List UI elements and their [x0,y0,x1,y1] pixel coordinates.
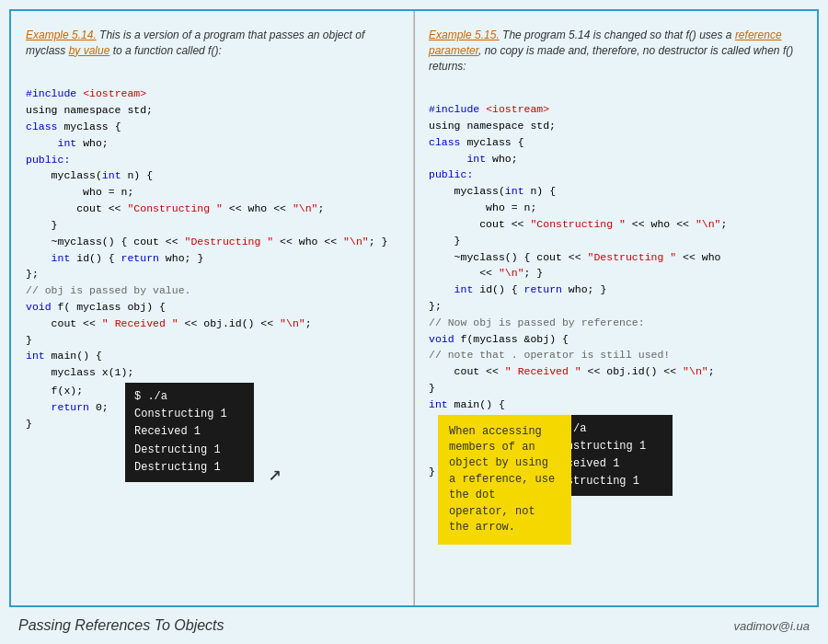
terminal-line: Destructing 1 [134,442,245,459]
code-line: #include <iostream> [26,86,398,102]
code-line: return 0; [26,399,118,416]
terminal-prompt: $ ./a [134,388,245,406]
code-line: f(x); [26,383,118,399]
code-line: cout << "Constructing " << who << "\n"; [429,216,802,233]
code-line: int id() { return who; } [429,282,802,298]
right-title-underline: Example 5.15. [429,29,500,41]
code-line: class myclass { [26,119,398,135]
page-title: Passing References To Objects [18,617,224,634]
bottom-bar: Passing References To Objects vadimov@i.… [0,607,828,644]
code-line-fx: f(x); return 0; } [26,383,118,431]
code-line: // note that . operator is still used! [429,347,802,363]
code-line: int who; [429,151,802,167]
code-line: }; [26,266,398,282]
code-line: ~myclass() { cout << "Destructing " << w… [26,234,398,250]
code-line: int id() { return who; } [26,250,398,267]
code-line: int who; [26,135,398,152]
code-line: myclass x(1); [26,364,398,381]
code-line: myclass(int n) { [26,167,398,184]
left-terminal: $ ./a Constructing 1 Received 1 Destruct… [125,383,254,482]
left-terminal-area: f(x); return 0; } $ ./a Constructing 1 R… [26,383,398,482]
right-title-em2: , no copy is made and, therefore, no des… [429,44,793,73]
code-line: using namespace std; [429,118,802,134]
right-code-block: #include <iostream> using namespace std;… [429,85,802,496]
vertical-divider [414,11,415,605]
note-text: When accessing members of an object by u… [449,425,555,534]
code-line: who = n; [429,200,802,216]
code-line: << "\n"; } [429,265,802,282]
right-example-title: Example 5.15. The program 5.14 is change… [429,28,802,74]
code-line: } [429,233,802,249]
left-title-underline: Example 5.14. [26,29,97,41]
left-code-block: #include <iostream> using namespace std;… [26,70,398,482]
left-title-em2: to a function called f(): [109,44,221,57]
code-line: class myclass { [429,134,802,151]
code-line: } [26,332,398,349]
cursor-icon: ↗ [269,457,282,491]
code-line: cout << " Received " << obj.id() << "\n"… [26,316,398,332]
code-line: public: [429,167,802,183]
right-panel: Example 5.15. The program 5.14 is change… [414,11,817,605]
code-line: }; [429,298,802,315]
code-line: ~myclass() { cout << "Destructing " << w… [429,249,802,266]
code-line: } [26,217,398,234]
note-box: When accessing members of an object by u… [438,415,571,546]
page-email: vadimov@i.ua [733,619,810,633]
code-line: myclass(int n) { [429,183,802,200]
right-title-text: The program 5.14 is changed so that f() … [502,29,735,41]
code-line: int main() { [26,348,398,364]
code-line: who = n; [26,184,398,201]
code-line: cout << " Received " << obj.id() << "\n"… [429,363,802,380]
code-line: void f( myclass obj) { [26,299,398,316]
code-line: cout << "Constructing " << who << "\n"; [26,201,398,217]
left-title-underline2: by value [69,44,110,57]
left-example-title: Example 5.14. This is a version of a pro… [26,28,398,59]
code-line: } [429,380,802,397]
code-line: // obj is passed by value. [26,282,398,299]
code-line: } [26,416,118,432]
code-line: void f(myclass &obj) { [429,331,802,348]
code-line: #include <iostream> [429,101,802,118]
code-line [26,70,398,86]
terminal-line: Destructing 1 [134,459,245,477]
terminal-line: Received 1 [134,423,245,441]
left-panel: Example 5.14. This is a version of a pro… [11,11,414,605]
code-line: using namespace std; [26,102,398,119]
code-line: public: [26,152,398,168]
terminal-line: Constructing 1 [134,406,245,423]
left-terminal-wrapper: $ ./a Constructing 1 Received 1 Destruct… [125,383,254,482]
right-terminal-area: myclass x(1); f(x); return 0; } $ ./a Co… [429,415,802,497]
code-line: // Now obj is passed by reference: [429,315,802,331]
code-line [429,85,802,101]
code-line: int main() { [429,397,802,413]
